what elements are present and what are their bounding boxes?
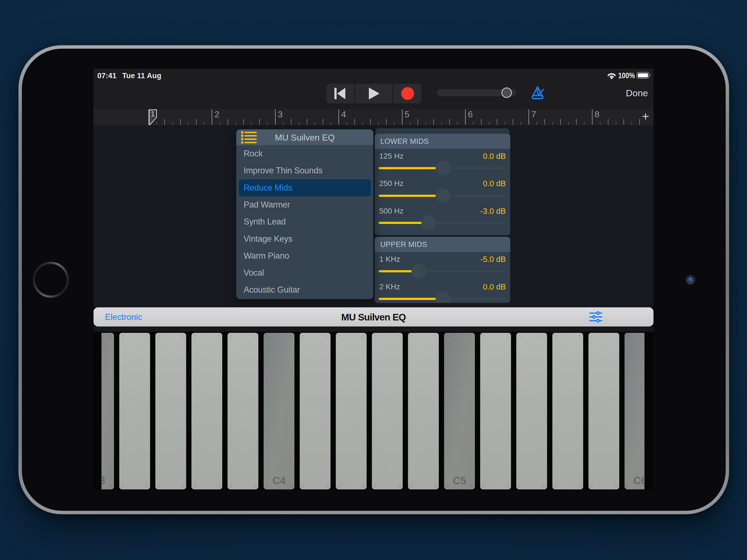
svg-text:1: 1 [151, 110, 155, 118]
svg-text:100%: 100% [618, 71, 635, 80]
